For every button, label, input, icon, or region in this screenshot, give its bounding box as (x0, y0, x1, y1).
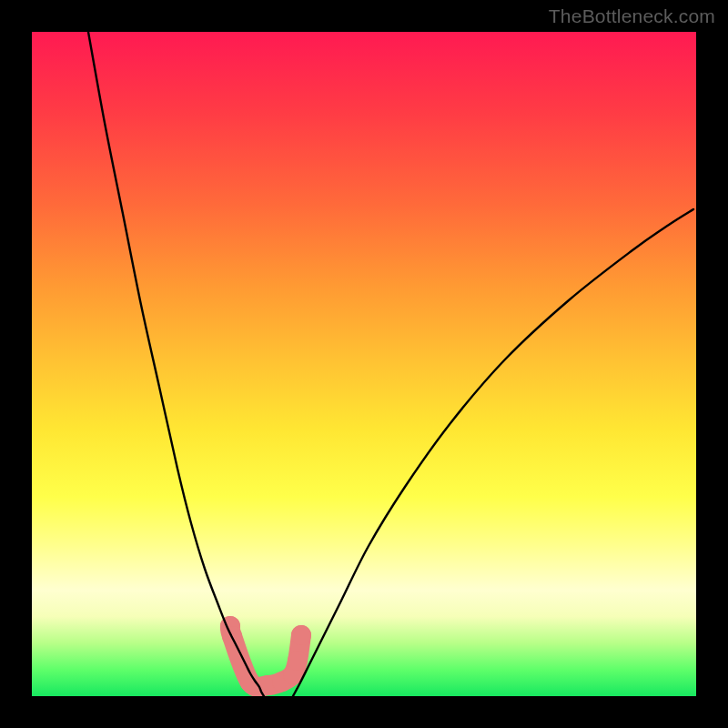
watermark-text: TheBottleneck.com (549, 5, 715, 27)
blob-dot (288, 651, 308, 671)
outer-frame: TheBottleneck.com (0, 0, 728, 728)
plot-area (32, 32, 696, 696)
right-curve (293, 209, 693, 696)
curves-svg (32, 32, 696, 696)
left-curve (88, 32, 264, 696)
blob-dot (291, 625, 311, 645)
